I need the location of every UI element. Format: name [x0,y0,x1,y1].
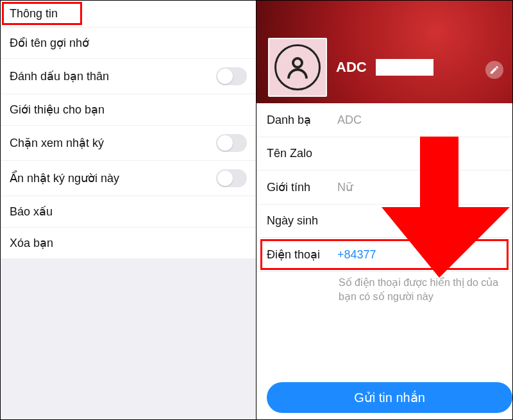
cover-photo: ADC [256,1,512,103]
svg-point-0 [293,58,302,67]
profile-name: ADC [336,59,367,76]
info-row-birthday: Ngày sinh [256,205,512,238]
menu-list: Thông tin Đổi tên gợi nhớ Đánh dấu bạn t… [1,1,256,419]
info-row-phone: Điện thoại +84377 [256,238,512,272]
menu-item-block-timeline[interactable]: Chặn xem nhật ký [1,126,256,161]
menu-label: Báo xấu [10,205,53,219]
info-row-contact: Danh bạ ADC [256,103,512,137]
name-redacted [376,59,433,76]
menu-label: Giới thiệu cho bạn [10,103,105,117]
menu-item-hide-timeline[interactable]: Ẩn nhật ký người này [1,161,256,196]
info-label: Ngày sinh [267,214,337,228]
info-value: Nữ [337,180,353,194]
menu-label: Chặn xem nhật ký [10,136,104,150]
send-button-label: Gửi tin nhắn [354,390,425,405]
phone-number[interactable]: +84377 [337,248,376,262]
menu-label: Đổi tên gợi nhớ [10,36,89,50]
toggle-hide-timeline[interactable] [216,169,247,187]
edit-button[interactable] [485,61,503,79]
menu-item-mark-close-friend[interactable]: Đánh dấu bạn thân [1,59,256,94]
info-label: Tên Zalo [267,147,337,160]
info-label: Giới tính [267,180,337,194]
avatar[interactable] [268,38,327,97]
phone-note: Số điện thoại được hiển thị do của bạn c… [256,272,512,315]
pencil-icon [489,65,500,75]
settings-menu-panel: Thông tin Đổi tên gợi nhớ Đánh dấu bạn t… [1,1,256,419]
toggle-close-friend[interactable] [216,67,247,85]
menu-item-info[interactable]: Thông tin [1,1,256,28]
menu-label: Đánh dấu bạn thân [10,69,109,83]
avatar-placeholder-icon [274,44,321,90]
info-label: Danh bạ [267,113,337,127]
menu-item-introduce[interactable]: Giới thiệu cho bạn [1,94,256,126]
menu-label: Xóa bạn [10,236,53,250]
info-row-zalo-name: Tên Zalo [256,137,512,171]
menu-item-delete-friend[interactable]: Xóa bạn [1,228,256,259]
menu-item-report[interactable]: Báo xấu [1,196,256,228]
send-message-button[interactable]: Gửi tin nhắn [267,382,512,413]
info-list: Danh bạ ADC Tên Zalo Giới tính Nữ Ngày s… [256,103,512,272]
profile-panel: ADC Danh bạ ADC Tên Zalo Giới tính Nữ Ng… [256,1,512,419]
menu-label: Ẩn nhật ký người này [10,171,119,185]
profile-header: ADC [268,38,433,97]
info-value: ADC [337,113,362,127]
empty-area [1,259,256,419]
menu-label: Thông tin [10,7,58,21]
info-label: Điện thoại [267,248,337,262]
menu-item-rename[interactable]: Đổi tên gợi nhớ [1,28,256,59]
info-row-gender: Giới tính Nữ [256,171,512,205]
toggle-block-timeline[interactable] [216,134,247,152]
